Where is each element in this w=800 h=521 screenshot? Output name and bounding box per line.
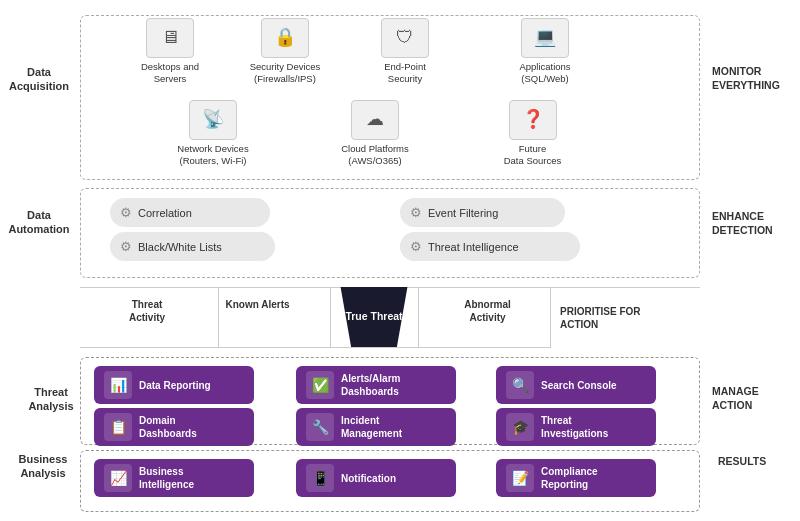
domain-icon: 📋 xyxy=(104,413,132,441)
endpoint-label: End-PointSecurity xyxy=(365,61,445,86)
compliance-label: ComplianceReporting xyxy=(541,465,598,491)
data-acquisition-label: Data Acquisition xyxy=(8,65,70,94)
blackwhite-pill: ⚙ Black/White Lists xyxy=(110,232,275,261)
true-threat-text: True Threat xyxy=(345,310,402,324)
applications-icon: 💻 xyxy=(521,18,569,58)
monitor-everything-label: MONITOREVERYTHING xyxy=(712,65,792,92)
event-filtering-pill: ⚙ Event Filtering xyxy=(400,198,565,227)
abnormal-activity-label: AbnormalActivity xyxy=(430,298,545,324)
network-devices-item: 📡 Network Devices(Routers, Wi-Fi) xyxy=(168,100,258,168)
data-reporting-icon: 📊 xyxy=(104,371,132,399)
manage-action-label: MANAGEACTION xyxy=(712,385,792,412)
enhance-detection-label: ENHANCEDETECTION xyxy=(712,210,792,237)
cloud-platforms-item: ☁ Cloud Platforms(AWS/O365) xyxy=(330,100,420,168)
prioritise-action-label: PRIORITISE FORACTION xyxy=(560,305,660,331)
business-intelligence-button[interactable]: 📈 BusinessIntelligence xyxy=(94,459,254,497)
threat-invest-icon: 🎓 xyxy=(506,413,534,441)
endpoint-security-item: 🛡 End-PointSecurity xyxy=(365,18,445,86)
applications-label: Applications(SQL/Web) xyxy=(500,61,590,86)
security-devices-label: Security Devices(Firewalls/IPS) xyxy=(240,61,330,86)
data-automation-label: DataAutomation xyxy=(8,208,70,237)
data-reporting-button[interactable]: 📊 Data Reporting xyxy=(94,366,254,404)
alerts-dashboards-button[interactable]: ✅ Alerts/AlarmDashboards xyxy=(296,366,456,404)
business-analysis-label: BusinessAnalysis xyxy=(12,452,74,481)
search-console-button[interactable]: 🔍 Search Console xyxy=(496,366,656,404)
security-devices-item: 🔒 Security Devices(Firewalls/IPS) xyxy=(240,18,330,86)
main-diagram: Data Acquisition DataAutomation ThreatAn… xyxy=(0,0,800,521)
divider-4 xyxy=(550,288,551,348)
threat-intelligence-pill: ⚙ Threat Intelligence xyxy=(400,232,580,261)
applications-item: 💻 Applications(SQL/Web) xyxy=(500,18,590,86)
correlation-label: Correlation xyxy=(138,207,192,219)
network-devices-label: Network Devices(Routers, Wi-Fi) xyxy=(168,143,258,168)
incident-management-button[interactable]: 🔧 IncidentManagement xyxy=(296,408,456,446)
future-sources-icon: ❓ xyxy=(509,100,557,140)
notification-icon: 📱 xyxy=(306,464,334,492)
compliance-icon: 📝 xyxy=(506,464,534,492)
event-gear-icon: ⚙ xyxy=(410,205,422,220)
correlation-pill: ⚙ Correlation xyxy=(110,198,270,227)
divider-2 xyxy=(330,288,331,348)
desktops-label: Desktops and Servers xyxy=(130,61,210,86)
compliance-reporting-button[interactable]: 📝 ComplianceReporting xyxy=(496,459,656,497)
domain-label: DomainDashboards xyxy=(139,414,197,440)
incident-label: IncidentManagement xyxy=(341,414,402,440)
alerts-label: Alerts/AlarmDashboards xyxy=(341,372,400,398)
true-threat-shape: True Threat xyxy=(330,287,418,347)
funnel-bottom-line xyxy=(80,347,550,348)
security-devices-icon: 🔒 xyxy=(261,18,309,58)
threat-intelligence-label: Threat Intelligence xyxy=(428,241,519,253)
desktops-icon: 🖥 xyxy=(146,18,194,58)
network-devices-icon: 📡 xyxy=(189,100,237,140)
cloud-label: Cloud Platforms(AWS/O365) xyxy=(330,143,420,168)
cloud-icon: ☁ xyxy=(351,100,399,140)
results-label: RESULTS xyxy=(718,455,793,469)
threat-intel-gear-icon: ⚙ xyxy=(410,239,422,254)
event-filtering-label: Event Filtering xyxy=(428,207,498,219)
business-intel-icon: 📈 xyxy=(104,464,132,492)
notification-button[interactable]: 📱 Notification xyxy=(296,459,456,497)
notification-label: Notification xyxy=(341,472,396,485)
blackwhite-label: Black/White Lists xyxy=(138,241,222,253)
threat-analysis-label: ThreatAnalysis xyxy=(20,385,82,414)
data-reporting-label: Data Reporting xyxy=(139,379,211,392)
threat-activity-label: ThreatActivity xyxy=(92,298,202,324)
incident-icon: 🔧 xyxy=(306,413,334,441)
correlation-gear-icon: ⚙ xyxy=(120,205,132,220)
threat-investigations-label: ThreatInvestigations xyxy=(541,414,608,440)
known-alerts-label: Known Alerts xyxy=(220,298,295,311)
future-sources-label: FutureData Sources xyxy=(490,143,575,168)
future-sources-item: ❓ FutureData Sources xyxy=(490,100,575,168)
search-console-label: Search Console xyxy=(541,379,617,392)
divider-3 xyxy=(418,288,419,348)
business-intel-label: BusinessIntelligence xyxy=(139,465,194,491)
endpoint-icon: 🛡 xyxy=(381,18,429,58)
blackwhite-gear-icon: ⚙ xyxy=(120,239,132,254)
search-console-icon: 🔍 xyxy=(506,371,534,399)
threat-investigations-button[interactable]: 🎓 ThreatInvestigations xyxy=(496,408,656,446)
desktops-servers-item: 🖥 Desktops and Servers xyxy=(130,18,210,86)
divider-1 xyxy=(218,288,219,348)
domain-dashboards-button[interactable]: 📋 DomainDashboards xyxy=(94,408,254,446)
alerts-icon: ✅ xyxy=(306,371,334,399)
